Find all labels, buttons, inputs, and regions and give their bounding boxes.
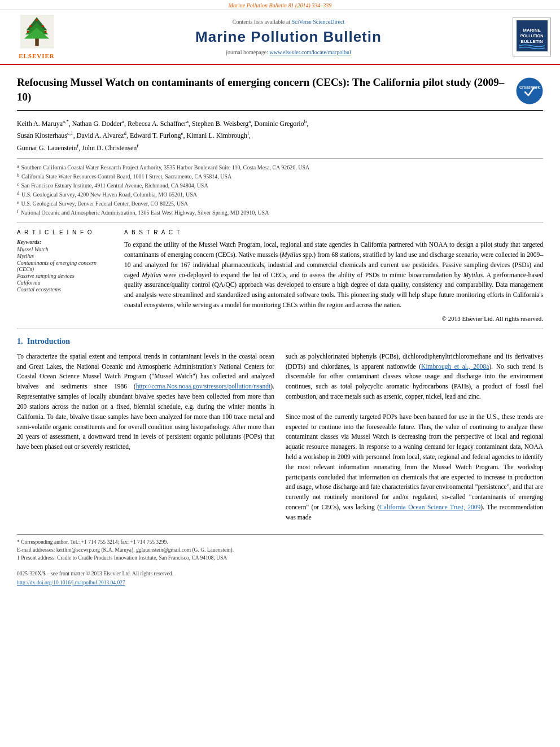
crossmark-badge[interactable]: CrossMark [516, 77, 543, 104]
keyword-item: Mussel Watch [17, 246, 113, 252]
author-11: John D. Christensenf [82, 144, 138, 152]
doi-line: http://dx.doi.org/10.1016/j.marpolbul.20… [17, 579, 543, 587]
sciverse-link[interactable]: SciVerse ScienceDirect [292, 19, 345, 25]
svg-point-7 [27, 31, 29, 33]
abstract-title: A B S T R A C T [124, 229, 543, 235]
article-title: Refocusing Mussel Watch on contaminants … [17, 75, 516, 104]
footnote-one: 1 Present address: Cradle to Cradle Prod… [17, 554, 543, 562]
author-10: Gunnar G. Lauensteinf [17, 144, 78, 152]
authors-section: Keith A. Maruyaa,*, Nathan G. Doddera, R… [17, 117, 543, 159]
article-info: A R T I C L E I N F O Keywords: Mussel W… [17, 229, 113, 322]
svg-point-9 [36, 19, 38, 21]
journal-homepage: journal homepage: www.elsevier.com/locat… [226, 49, 351, 55]
keywords-label: Keywords: [17, 239, 113, 245]
footnotes: * Corresponding author. Tel.: +1 714 755… [17, 534, 543, 562]
footnote-star: * Corresponding author. Tel.: +1 714 755… [17, 538, 543, 546]
intro-col2: such as polychlorinated biphenyls (PCBs)… [286, 352, 543, 523]
author-4: Stephen B. Weisberga [192, 120, 251, 128]
header-center: Contents lists available at SciVerse Sci… [73, 15, 504, 59]
page: Marine Pollution Bulletin 81 (2014) 334–… [0, 0, 560, 747]
affiliation-item: cSan Francisco Estuary Institute, 4911 C… [17, 181, 543, 190]
intro-col1: To characterize the spatial extent and t… [17, 352, 274, 523]
copyright-line: © 2013 Elsevier Ltd. All rights reserved… [124, 315, 543, 322]
svg-point-14 [517, 78, 542, 104]
keyword-item: Passive sampling devices [17, 273, 113, 279]
svg-text:BULLETIN: BULLETIN [520, 39, 543, 44]
intro-two-col: To characterize the spatial extent and t… [17, 352, 543, 523]
article-content: Refocusing Mussel Watch on contaminants … [0, 65, 560, 593]
elsevier-wordmark: ELSEVIER [19, 53, 55, 59]
author-8: Edward T. Furlonge [130, 132, 183, 139]
author-3: Rebecca A. Schaffnera [128, 120, 189, 128]
header-section: ELSEVIER Contents lists available at Sci… [0, 10, 560, 65]
journal-citation: Marine Pollution Bulletin 81 (2014) 334–… [229, 2, 331, 8]
journal-bar: Marine Pollution Bulletin 81 (2014) 334–… [0, 0, 560, 10]
noaa-link[interactable]: http://ccma.Nos.noaa.gov/stressors/pollu… [136, 383, 271, 390]
affiliation-item: aSouthern California Coastal Water Resea… [17, 163, 543, 172]
crossmark-icon: CrossMark [516, 77, 543, 104]
journal-title: Marine Pollution Bulletin [195, 28, 382, 46]
svg-point-5 [29, 25, 32, 27]
keyword-item: California [17, 279, 113, 286]
article-body: A R T I C L E I N F O Keywords: Mussel W… [17, 229, 543, 329]
svg-point-6 [42, 25, 44, 27]
author-6: Susan Klosterhausc,1 [17, 132, 73, 139]
author-9: Kimani L. Kimbroughf [186, 132, 249, 139]
section-title: 1. Introduction [17, 337, 70, 346]
keyword-item: Coastal ecosystems [17, 286, 113, 292]
author-1: Keith A. Maruyaa,* [17, 120, 69, 128]
abstract-section: A B S T R A C T To expand the utility of… [124, 229, 543, 322]
bottom-bar: 0025-326X/$ – see front matter © 2013 El… [17, 570, 543, 587]
keyword-item: Mytilus [17, 253, 113, 259]
affiliation-item: bCalifornia State Water Resources Contro… [17, 172, 543, 181]
svg-text:POLLUTION: POLLUTION [520, 34, 542, 38]
keyword-item: Contaminants of emerging concern (CECs) [17, 260, 113, 272]
right-logo-area: MARINE POLLUTION BULLETIN [509, 15, 554, 59]
kimbrough-ref[interactable]: Kimbrough et al., 2008a [421, 363, 489, 370]
doi-link[interactable]: http://dx.doi.org/10.1016/j.marpolbul.20… [17, 580, 125, 586]
affiliations-section: aSouthern California Coastal Water Resea… [17, 163, 543, 222]
article-info-title: A R T I C L E I N F O [17, 229, 113, 235]
author-7: David A. Alvarezd [77, 132, 126, 139]
sciverse-text: Contents lists available at SciVerse Sci… [233, 19, 345, 25]
footnote-email: E-mail addresses: keitlım@sccwrp.org (K.… [17, 546, 543, 554]
affiliation-item: eU.S. Geological Survey, Denver Federal … [17, 199, 543, 208]
homepage-link[interactable]: www.elsevier.com/locate/marpolbul [269, 49, 351, 55]
svg-rect-1 [35, 38, 38, 46]
affiliation-item: fNational Oceanic and Atmospheric Admini… [17, 208, 543, 217]
keywords-list: Mussel WatchMytilusContaminants of emerg… [17, 246, 113, 292]
affiliation-item: dU.S. Geological Survey, 4200 New Haven … [17, 190, 543, 199]
ca-ocean-trust-ref[interactable]: California Ocean Science Trust, 2009 [379, 504, 480, 510]
svg-text:MARINE: MARINE [523, 28, 541, 33]
author-5: Dominic Gregoriob [254, 120, 307, 128]
svg-text:CrossMark: CrossMark [519, 85, 540, 89]
issn-line: 0025-326X/$ – see front matter © 2013 El… [17, 570, 543, 578]
abstract-text: To expand the utility of the Mussel Watc… [124, 240, 543, 311]
article-title-section: Refocusing Mussel Watch on contaminants … [17, 75, 543, 111]
marine-badge-icon: MARINE POLLUTION BULLETIN [517, 20, 548, 51]
introduction-section: 1. Introduction To characterize the spat… [17, 337, 543, 523]
elsevier-tree-icon [19, 15, 55, 49]
svg-point-8 [44, 31, 46, 33]
elsevier-logo-area: ELSEVIER [6, 15, 68, 59]
marine-pollution-badge: MARINE POLLUTION BULLETIN [513, 18, 551, 56]
author-2: Nathan G. Doddera [72, 120, 124, 128]
